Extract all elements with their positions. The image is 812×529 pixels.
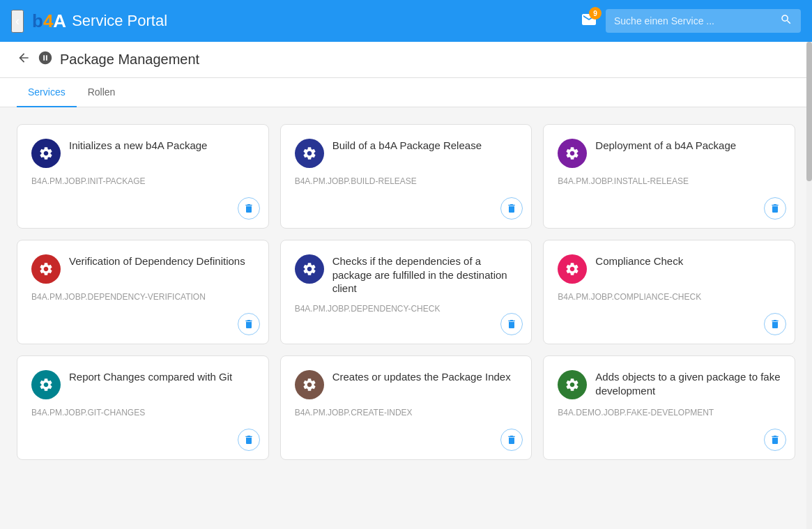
service-name-create-index: Creates or updates the Package Index [332, 370, 511, 384]
app-header: ‹ b4A Service Portal 9 [0, 0, 812, 42]
main-content: Initializes a new b4A Package B4A.PM.JOB… [0, 107, 812, 477]
service-card-header: Compliance Check [558, 254, 781, 284]
service-name-dependency-verification: Verification of Dependency Definitions [69, 254, 245, 268]
search-bar[interactable] [606, 9, 801, 33]
page-title: Package Management [60, 52, 199, 68]
tabs-bar: Services Rollen [0, 78, 812, 107]
notification-icon [581, 18, 597, 30]
notification-badge: 9 [589, 7, 602, 20]
app-title: Service Portal [72, 12, 167, 30]
service-name-fake-development: Adds objects to a given package to fake … [595, 370, 781, 397]
service-icon-dependency-verification [31, 254, 61, 284]
service-delete-btn-install-release[interactable] [764, 197, 786, 220]
service-card-header: Creates or updates the Package Index [295, 370, 518, 399]
service-delete-btn-dependency-check[interactable] [500, 313, 523, 335]
services-grid: Initializes a new b4A Package B4A.PM.JOB… [17, 124, 795, 460]
service-card-build-release[interactable]: Build of a b4A Package Release B4A.PM.JO… [280, 124, 533, 229]
logo-four: 4 [43, 10, 53, 31]
logo: b4A Service Portal [32, 10, 167, 32]
service-icon-dependency-check [295, 254, 324, 284]
service-delete-btn-dependency-verification[interactable] [238, 313, 260, 335]
service-code-git-changes: B4A.PM.JOBP.GIT-CHANGES [31, 408, 254, 417]
search-icon[interactable] [780, 13, 792, 29]
service-icon-build-release [295, 139, 324, 168]
logo-b: b [32, 10, 43, 31]
service-card-create-index[interactable]: Creates or updates the Package Index B4A… [280, 355, 533, 460]
service-icon-git-changes [31, 370, 61, 399]
service-icon-compliance-check [558, 254, 587, 284]
header-back-button[interactable]: ‹ [11, 10, 24, 33]
service-icon-init-package [31, 139, 61, 168]
service-delete-btn-init-package[interactable] [238, 197, 260, 220]
service-code-build-release: B4A.PM.JOBP.BUILD-RELEASE [295, 176, 518, 186]
service-name-git-changes: Report Changes compared with Git [69, 370, 232, 384]
service-code-fake-development: B4A.DEMO.JOBP.FAKE-DEVELOPMENT [558, 408, 781, 417]
service-icon-install-release [558, 139, 587, 168]
page-back-button[interactable] [17, 51, 31, 68]
service-card-fake-development[interactable]: Adds objects to a given package to fake … [543, 355, 795, 460]
service-card-header: Build of a b4A Package Release [295, 139, 518, 168]
service-card-git-changes[interactable]: Report Changes compared with Git B4A.PM.… [17, 355, 269, 460]
service-card-init-package[interactable]: Initializes a new b4A Package B4A.PM.JOB… [17, 124, 269, 229]
service-name-build-release: Build of a b4A Package Release [332, 139, 482, 153]
service-name-init-package: Initializes a new b4A Package [69, 139, 207, 153]
notification-button[interactable]: 9 [581, 11, 597, 31]
service-card-header: Adds objects to a given package to fake … [558, 370, 781, 399]
service-code-init-package: B4A.PM.JOBP.INIT-PACKAGE [31, 176, 254, 186]
service-card-header: Report Changes compared with Git [31, 370, 254, 399]
service-card-compliance-check[interactable]: Compliance Check B4A.PM.JOBP.COMPLIANCE-… [543, 240, 795, 344]
service-card-header: Checks if the dependencies of a package … [295, 254, 518, 296]
service-delete-btn-git-changes[interactable] [238, 429, 260, 451]
service-name-compliance-check: Compliance Check [595, 254, 683, 268]
tab-services[interactable]: Services [17, 78, 77, 107]
service-code-compliance-check: B4A.PM.JOBP.COMPLIANCE-CHECK [558, 292, 781, 302]
service-icon-fake-development [558, 370, 587, 399]
service-delete-btn-fake-development[interactable] [764, 429, 786, 451]
service-code-create-index: B4A.PM.JOBP.CREATE-INDEX [295, 408, 518, 417]
tab-rollen[interactable]: Rollen [77, 78, 127, 107]
service-icon-create-index [295, 370, 324, 399]
page-icon [38, 50, 53, 69]
scrollbar-thumb[interactable] [806, 42, 812, 181]
service-card-header: Verification of Dependency Definitions [31, 254, 254, 284]
service-card-header: Initializes a new b4A Package [31, 139, 254, 168]
service-name-dependency-check: Checks if the dependencies of a package … [332, 254, 518, 296]
service-code-install-release: B4A.PM.JOBP.INSTALL-RELEASE [558, 176, 781, 186]
service-delete-btn-create-index[interactable] [500, 429, 523, 451]
service-name-install-release: Deployment of a b4A Package [595, 139, 736, 153]
page-header: Package Management [0, 42, 812, 78]
service-card-install-release[interactable]: Deployment of a b4A Package B4A.PM.JOBP.… [543, 124, 795, 229]
service-code-dependency-check: B4A.PM.JOBP.DEPENDENCY-CHECK [295, 304, 518, 314]
scrollbar-track[interactable] [806, 42, 812, 477]
service-delete-btn-build-release[interactable] [500, 197, 523, 220]
service-card-dependency-verification[interactable]: Verification of Dependency Definitions B… [17, 240, 269, 344]
logo-a: A [53, 10, 66, 31]
service-card-dependency-check[interactable]: Checks if the dependencies of a package … [280, 240, 533, 344]
service-code-dependency-verification: B4A.PM.JOBP.DEPENDENCY-VERIFICATION [31, 292, 254, 302]
service-delete-btn-compliance-check[interactable] [764, 313, 786, 335]
search-input[interactable] [614, 15, 774, 26]
service-card-header: Deployment of a b4A Package [558, 139, 781, 168]
